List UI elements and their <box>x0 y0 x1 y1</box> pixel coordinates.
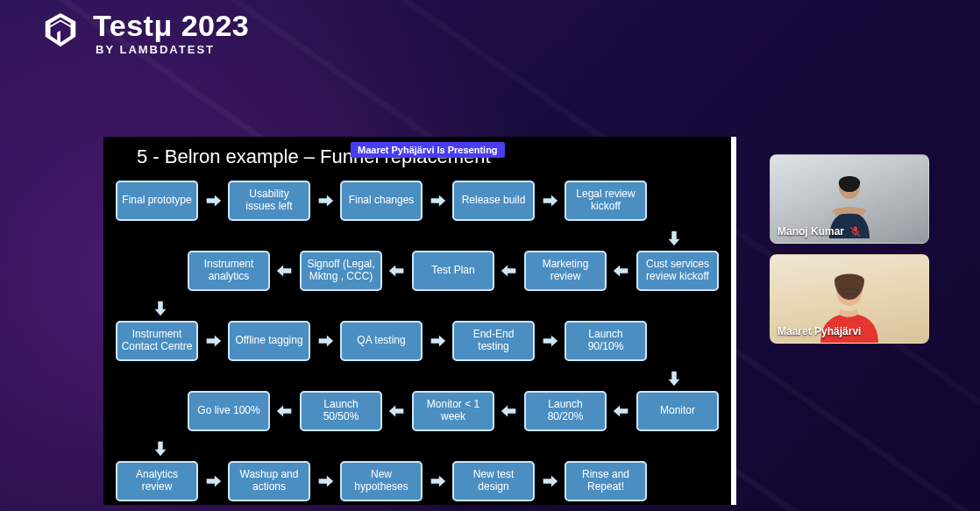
participant-name: Manoj Kumar <box>778 225 844 238</box>
flow-box: Instrument analytics <box>188 251 270 291</box>
flow-box: Launch 50/50% <box>300 391 382 431</box>
flow-box: Final changes <box>340 181 423 221</box>
flow-box: QA testing <box>340 321 423 361</box>
arrow-left-icon <box>275 261 295 280</box>
flow-box: End-End testing <box>452 321 535 361</box>
flow-box: Rinse and Repeat! <box>565 461 647 501</box>
flow-box: Launch 80/20% <box>524 391 607 431</box>
lambdatest-logo-icon <box>40 11 81 51</box>
arrow-left-icon <box>275 401 295 421</box>
participant-panel: Manoj Kumar Maaret Pyhäjärvi <box>770 154 929 344</box>
flow-box: Washup and actions <box>228 461 310 501</box>
arrow-right-icon <box>316 331 335 351</box>
arrow-down-icon <box>664 368 684 387</box>
flow-row: Analytics reviewWashup and actionsNew hy… <box>116 458 719 505</box>
arrow-right-icon <box>428 472 447 491</box>
event-header: Testμ 2023 BY LAMBDATEST <box>40 11 249 55</box>
flow-connector <box>116 368 719 384</box>
arrow-right-icon <box>203 191 223 210</box>
flow-box: Instrument Contact Centre <box>116 321 198 361</box>
flow-box: New test design <box>452 461 535 501</box>
arrow-right-icon <box>203 331 223 351</box>
arrow-left-icon <box>500 401 519 421</box>
flow-box: Offline tagging <box>228 321 310 361</box>
participant-tile[interactable]: Maaret Pyhäjärvi <box>770 254 929 344</box>
mic-muted-icon <box>849 225 862 238</box>
arrow-down-icon <box>151 438 170 458</box>
arrow-left-icon <box>387 261 407 280</box>
flowchart: Final prototypeUsability issues leftFina… <box>116 177 719 505</box>
arrow-left-icon <box>612 401 631 421</box>
flow-row: Cust services review kickoffMarketing re… <box>116 247 719 295</box>
flow-connector <box>116 298 719 314</box>
arrow-right-icon <box>316 191 335 210</box>
event-title: Testμ 2023 <box>93 11 249 40</box>
flow-connector <box>116 228 719 244</box>
arrow-right-icon <box>540 472 559 491</box>
arrow-right-icon <box>428 191 447 210</box>
flow-box: Go live 100% <box>188 391 270 431</box>
flow-box: Legal review kickoff <box>565 181 647 221</box>
arrow-down-icon <box>151 298 170 317</box>
flow-row: Instrument Contact CentreOffline tagging… <box>116 317 719 365</box>
participant-name: Maaret Pyhäjärvi <box>778 325 861 337</box>
flow-row: MonitorLaunch 80/20%Monitor < 1 weekLaun… <box>116 387 719 435</box>
arrow-left-icon <box>387 401 407 421</box>
flow-connector <box>116 438 719 454</box>
flow-box: Marketing review <box>524 251 607 291</box>
flow-box: Usability issues left <box>228 181 310 221</box>
flow-box: Final prototype <box>116 181 198 221</box>
arrow-left-icon <box>612 261 631 280</box>
flow-box: Launch 90/10% <box>565 321 647 361</box>
flow-row: Final prototypeUsability issues leftFina… <box>116 177 719 224</box>
flow-box: Monitor < 1 week <box>412 391 494 431</box>
arrow-right-icon <box>203 472 223 491</box>
arrow-right-icon <box>540 191 559 210</box>
flow-box: New hypotheses <box>340 461 423 501</box>
flow-box: Release build <box>452 181 535 221</box>
arrow-right-icon <box>428 331 447 351</box>
event-subtitle: BY LAMBDATEST <box>96 44 249 55</box>
arrow-right-icon <box>540 331 559 351</box>
flow-box: Monitor <box>636 391 719 431</box>
flow-box: Signoff (Legal, Mktng , CCC) <box>300 251 382 291</box>
arrow-left-icon <box>500 261 519 280</box>
flow-box: Analytics review <box>116 461 198 501</box>
participant-tile[interactable]: Manoj Kumar <box>770 154 929 244</box>
flow-box: Test Plan <box>412 251 494 291</box>
presentation-slide: 5 - Belron example – Funnel replacement … <box>103 137 736 505</box>
arrow-right-icon <box>316 472 335 491</box>
arrow-down-icon <box>664 228 684 247</box>
presenting-badge: Maaret Pyhäjärvi Is Presenting <box>351 142 505 158</box>
flow-box: Cust services review kickoff <box>636 251 719 291</box>
